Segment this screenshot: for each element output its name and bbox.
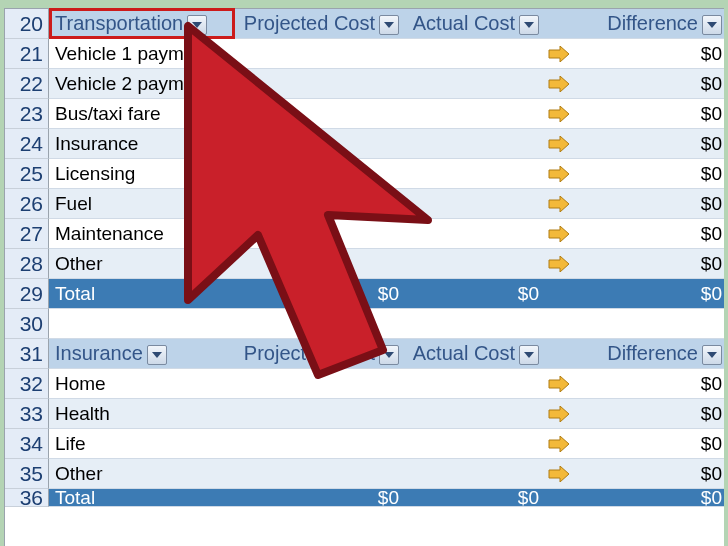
total-actual[interactable]: $0 bbox=[401, 489, 541, 506]
column-header-category: Insurance bbox=[55, 342, 143, 365]
cell-label[interactable]: Insurance bbox=[49, 129, 233, 158]
row-header[interactable]: 28 bbox=[5, 249, 49, 279]
column-header-category: Transportation bbox=[55, 12, 183, 35]
total-label[interactable]: Total bbox=[49, 489, 233, 506]
filter-dropdown-difference[interactable] bbox=[702, 15, 722, 35]
filter-dropdown-category[interactable] bbox=[147, 345, 167, 365]
total-difference[interactable]: $0 bbox=[577, 279, 724, 308]
cell-label[interactable]: Vehicle 2 payment bbox=[49, 69, 233, 98]
total-label[interactable]: Total bbox=[49, 279, 233, 308]
cell-difference[interactable]: $0 bbox=[577, 219, 724, 248]
row-header[interactable]: 21 bbox=[5, 39, 49, 69]
column-header-difference: Difference bbox=[607, 12, 698, 35]
cell-difference[interactable]: $0 bbox=[577, 99, 724, 128]
trend-arrow-icon bbox=[541, 99, 577, 128]
cell-label[interactable]: Fuel bbox=[49, 189, 233, 218]
cell-difference[interactable]: $0 bbox=[577, 129, 724, 158]
cell-difference[interactable]: $0 bbox=[577, 369, 724, 398]
column-header-projected: Projected Cost bbox=[244, 342, 375, 365]
cell-label[interactable]: Health bbox=[49, 399, 233, 428]
column-header-projected: Projected Cost bbox=[244, 12, 375, 35]
row-header[interactable]: 31 bbox=[5, 339, 49, 369]
trend-arrow-icon bbox=[541, 429, 577, 458]
row-header[interactable]: 29 bbox=[5, 279, 49, 309]
cell-difference[interactable]: $0 bbox=[577, 39, 724, 68]
row-header[interactable]: 35 bbox=[5, 459, 49, 489]
column-header-difference: Difference bbox=[607, 342, 698, 365]
row-header[interactable]: 22 bbox=[5, 69, 49, 99]
total-difference[interactable]: $0 bbox=[577, 489, 724, 506]
trend-arrow-icon bbox=[541, 219, 577, 248]
trend-arrow-icon bbox=[541, 459, 577, 488]
filter-dropdown-projected[interactable] bbox=[379, 15, 399, 35]
filter-dropdown-category[interactable] bbox=[187, 15, 207, 35]
filter-dropdown-actual[interactable] bbox=[519, 15, 539, 35]
filter-dropdown-projected[interactable] bbox=[379, 345, 399, 365]
row-header[interactable]: 20 bbox=[5, 9, 49, 39]
cell-label[interactable]: Bus/taxi fare bbox=[49, 99, 233, 128]
row-header[interactable]: 26 bbox=[5, 189, 49, 219]
row-header[interactable]: 33 bbox=[5, 399, 49, 429]
spreadsheet[interactable]: 20 Transportation Projected Cost Actual … bbox=[4, 8, 724, 546]
row-header[interactable]: 23 bbox=[5, 99, 49, 129]
cell-difference[interactable]: $0 bbox=[577, 429, 724, 458]
row-header[interactable]: 24 bbox=[5, 129, 49, 159]
column-header-actual: Actual Cost bbox=[413, 12, 515, 35]
row-header[interactable]: 25 bbox=[5, 159, 49, 189]
trend-arrow-icon bbox=[541, 399, 577, 428]
cell-difference[interactable]: $0 bbox=[577, 69, 724, 98]
cell-label[interactable]: Vehicle 1 payment bbox=[49, 39, 233, 68]
row-header[interactable]: 30 bbox=[5, 309, 49, 339]
cell-difference[interactable]: $0 bbox=[577, 249, 724, 278]
filter-dropdown-actual[interactable] bbox=[519, 345, 539, 365]
filter-dropdown-difference[interactable] bbox=[702, 345, 722, 365]
cell-label[interactable]: Maintenance bbox=[49, 219, 233, 248]
trend-arrow-icon bbox=[541, 189, 577, 218]
cell-label[interactable]: Other bbox=[49, 249, 233, 278]
cell-difference[interactable]: $0 bbox=[577, 399, 724, 428]
cell-difference[interactable]: $0 bbox=[577, 189, 724, 218]
total-projected[interactable]: $0 bbox=[233, 279, 401, 308]
row-header[interactable]: 34 bbox=[5, 429, 49, 459]
cell-label[interactable]: Life bbox=[49, 429, 233, 458]
cell-label[interactable]: Home bbox=[49, 369, 233, 398]
row-header[interactable]: 27 bbox=[5, 219, 49, 249]
row-header[interactable]: 32 bbox=[5, 369, 49, 399]
cell-label[interactable]: Other bbox=[49, 459, 233, 488]
cell-difference[interactable]: $0 bbox=[577, 459, 724, 488]
column-header-actual: Actual Cost bbox=[413, 342, 515, 365]
cell-label[interactable]: Licensing bbox=[49, 159, 233, 188]
trend-arrow-icon bbox=[541, 69, 577, 98]
total-projected[interactable]: $0 bbox=[233, 489, 401, 506]
cell-difference[interactable]: $0 bbox=[577, 159, 724, 188]
trend-arrow-icon bbox=[541, 369, 577, 398]
trend-arrow-icon bbox=[541, 129, 577, 158]
total-actual[interactable]: $0 bbox=[401, 279, 541, 308]
trend-arrow-icon bbox=[541, 159, 577, 188]
trend-arrow-icon bbox=[541, 249, 577, 278]
trend-arrow-icon bbox=[541, 39, 577, 68]
row-header[interactable]: 36 bbox=[5, 489, 49, 507]
